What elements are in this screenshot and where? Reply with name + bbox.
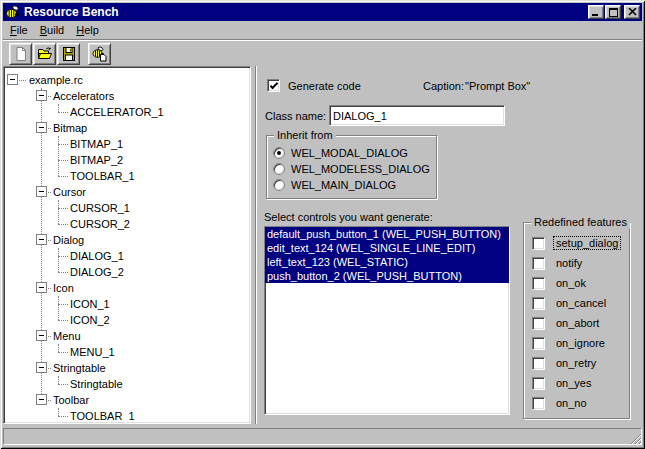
titlebar: Resource Bench — [3, 3, 642, 21]
tree-collapse-icon[interactable] — [7, 74, 18, 85]
minimize-button[interactable] — [588, 5, 604, 19]
open-file-button[interactable] — [33, 43, 56, 65]
radio-button-icon[interactable] — [273, 179, 285, 191]
feature-on-cancel[interactable]: on_cancel — [532, 296, 627, 310]
redefined-features-group-label: Redefined features — [531, 216, 630, 229]
generate-code-checkbox[interactable] — [267, 79, 280, 92]
feature-checkbox[interactable] — [532, 277, 545, 290]
close-button[interactable] — [624, 5, 640, 19]
tree-label: Accelerators — [51, 89, 116, 103]
window-title: Resource Bench — [24, 5, 587, 19]
list-item-push-button-2[interactable]: push_button_2 (WEL_PUSH_BUTTON) — [265, 269, 509, 283]
bench-icon — [92, 46, 108, 62]
tree-label: ICON_2 — [68, 313, 112, 327]
save-file-icon — [61, 46, 77, 62]
tree-collapse-icon[interactable] — [36, 362, 47, 373]
tree-collapse-icon[interactable] — [36, 394, 47, 405]
tree-node-accelerators[interactable]: Accelerators — [6, 88, 248, 104]
menu-item-file[interactable]: File — [4, 22, 34, 38]
menu-item-help[interactable]: Help — [70, 22, 105, 38]
tree-node-stringtable[interactable]: Stringtable — [6, 360, 248, 376]
list-item-default-push-button-1[interactable]: default_push_button_1 (WEL_PUSH_BUTTON) — [265, 227, 509, 241]
tree-item-cursor-1[interactable]: CURSOR_1 — [6, 200, 248, 216]
feature-checkbox[interactable] — [532, 337, 545, 350]
radio-option-wel-modeless-dialog[interactable]: WEL_MODELESS_DIALOG — [273, 161, 434, 177]
tree-label: BITMAP_1 — [68, 137, 125, 151]
splitter[interactable] — [255, 66, 257, 424]
list-item-left-text-123[interactable]: left_text_123 (WEL_STATIC) — [265, 255, 509, 269]
class-name-input[interactable] — [329, 105, 505, 126]
tree-item-dialog-1[interactable]: DIALOG_1 — [6, 248, 248, 264]
list-item-edit-text-124[interactable]: edit_text_124 (WEL_SINGLE_LINE_EDIT) — [265, 241, 509, 255]
tree-node-dialog[interactable]: Dialog — [6, 232, 248, 248]
tree-item-icon-1[interactable]: ICON_1 — [6, 296, 248, 312]
tree-root-example-rc[interactable]: example.rc — [6, 72, 248, 88]
tree-item-toolbar-1[interactable]: TOOLBAR_1 — [6, 408, 248, 421]
maximize-button[interactable] — [605, 5, 621, 19]
tree-collapse-icon[interactable] — [36, 186, 47, 197]
menu-item-build[interactable]: Build — [34, 22, 70, 38]
features-list: setup_dialognotifyon_okon_cancelon_abort… — [532, 236, 627, 410]
feature-on-ok[interactable]: on_ok — [532, 276, 627, 290]
tree-label: Icon — [51, 281, 76, 295]
feature-on-yes[interactable]: on_yes — [532, 376, 627, 390]
feature-checkbox[interactable] — [532, 317, 545, 330]
new-file-button[interactable] — [9, 43, 32, 65]
open-file-icon — [37, 46, 53, 62]
feature-setup-dialog[interactable]: setup_dialog — [532, 236, 627, 250]
radio-dot-icon — [277, 151, 281, 155]
tree-label: CURSOR_1 — [68, 201, 132, 215]
tree-collapse-icon[interactable] — [36, 282, 47, 293]
radio-option-wel-modal-dialog[interactable]: WEL_MODAL_DIALOG — [273, 145, 434, 161]
app-window: Resource Bench FileBuildHelp example.rcA… — [0, 0, 645, 449]
tree-collapse-icon[interactable] — [36, 330, 47, 341]
feature-checkbox[interactable] — [532, 357, 545, 370]
feature-checkbox[interactable] — [532, 237, 545, 250]
tree-node-icon[interactable]: Icon — [6, 280, 248, 296]
inherit-from-group: Inherit from WEL_MODAL_DIALOGWEL_MODELES… — [266, 135, 437, 199]
tree-collapse-icon[interactable] — [36, 234, 47, 245]
feature-notify[interactable]: notify — [532, 256, 627, 270]
tree-item-cursor-2[interactable]: CURSOR_2 — [6, 216, 248, 232]
tree-node-menu[interactable]: Menu — [6, 328, 248, 344]
feature-checkbox[interactable] — [532, 297, 545, 310]
bench-button[interactable] — [88, 43, 111, 65]
tree-item-menu-1[interactable]: MENU_1 — [6, 344, 248, 360]
radio-label: WEL_MODAL_DIALOG — [291, 147, 408, 159]
feature-label: on_ignore — [554, 337, 607, 349]
feature-label: on_cancel — [554, 297, 608, 309]
tree-label: Stringtable — [51, 361, 108, 375]
tree-node-bitmap[interactable]: Bitmap — [6, 120, 248, 136]
tree-collapse-icon[interactable] — [36, 122, 47, 133]
feature-label: on_ok — [554, 277, 588, 289]
feature-on-abort[interactable]: on_abort — [532, 316, 627, 330]
tree-item-dialog-2[interactable]: DIALOG_2 — [6, 264, 248, 280]
tree-item-bitmap-2[interactable]: BITMAP_2 — [6, 152, 248, 168]
feature-on-no[interactable]: on_no — [532, 396, 627, 410]
tree-item-icon-2[interactable]: ICON_2 — [6, 312, 248, 328]
tree-node-toolbar[interactable]: Toolbar — [6, 392, 248, 408]
save-file-button[interactable] — [57, 43, 80, 65]
feature-checkbox[interactable] — [532, 377, 545, 390]
app-bee-icon — [5, 4, 21, 20]
tree-label: MENU_1 — [68, 345, 117, 359]
tree-item-stringtable[interactable]: Stringtable — [6, 376, 248, 392]
feature-checkbox[interactable] — [532, 257, 545, 270]
tree-node-cursor[interactable]: Cursor — [6, 184, 248, 200]
radio-label: WEL_MODELESS_DIALOG — [291, 163, 430, 175]
radio-button-icon[interactable] — [273, 147, 285, 159]
tree-label: example.rc — [27, 73, 85, 87]
tree-item-toolbar-1[interactable]: TOOLBAR_1 — [6, 168, 248, 184]
feature-on-ignore[interactable]: on_ignore — [532, 336, 627, 350]
resize-grip[interactable] — [629, 432, 641, 444]
tree-label: Toolbar — [51, 393, 91, 407]
tree-label: Cursor — [51, 185, 88, 199]
tree-item-bitmap-1[interactable]: BITMAP_1 — [6, 136, 248, 152]
controls-listbox: default_push_button_1 (WEL_PUSH_BUTTON)e… — [264, 226, 510, 415]
tree-item-accelerator-1[interactable]: ACCELERATOR_1 — [6, 104, 248, 120]
radio-option-wel-main-dialog[interactable]: WEL_MAIN_DIALOG — [273, 177, 434, 193]
feature-checkbox[interactable] — [532, 397, 545, 410]
feature-on-retry[interactable]: on_retry — [532, 356, 627, 370]
tree-collapse-icon[interactable] — [36, 90, 47, 101]
radio-button-icon[interactable] — [273, 163, 285, 175]
